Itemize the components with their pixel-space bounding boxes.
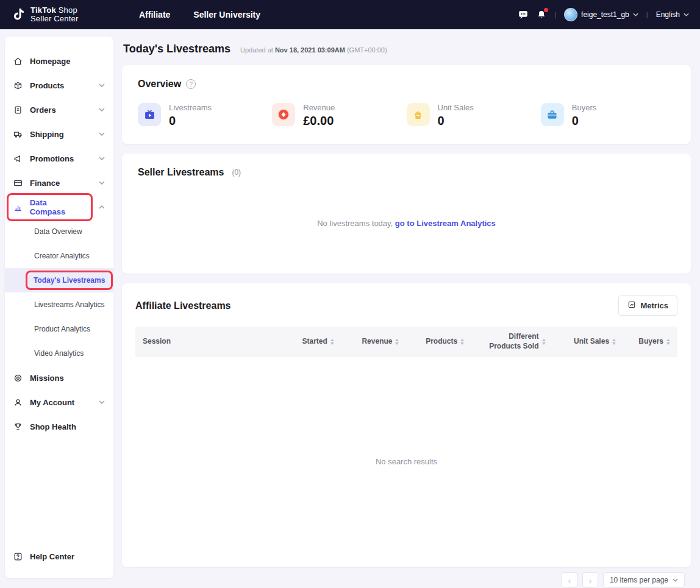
affiliate-livestreams-card: Affiliate Livestreams Metrics Session St… (122, 283, 691, 567)
shipping-truck-icon (13, 130, 24, 139)
chevron-down-icon (99, 108, 105, 112)
nav-seller-university[interactable]: Seller University (193, 10, 260, 19)
stat-revenue: Revenue £0.00 (272, 103, 406, 128)
sidebar-item-my-account[interactable]: My Account (5, 390, 113, 414)
pagination: ‹ › 10 items per page (122, 572, 685, 588)
metrics-button-label: Metrics (640, 301, 668, 310)
sidebar-item-finance[interactable]: Finance (5, 171, 113, 195)
chevron-down-icon (673, 578, 678, 582)
sidebar-item-label: Finance (30, 179, 60, 188)
sidebar-item-label: Shop Health (30, 422, 76, 431)
items-per-page-select[interactable]: 10 items per page (603, 572, 685, 588)
sidebar-item-label: Shipping (30, 130, 64, 139)
notifications-bell-icon[interactable] (537, 10, 546, 19)
sort-icon (395, 339, 399, 345)
user-name: feige_test1_gb (581, 10, 629, 19)
sidebar-item-promotions[interactable]: Promotions (5, 146, 113, 171)
metrics-button[interactable]: Metrics (618, 296, 677, 316)
column-started[interactable]: Started (276, 327, 341, 356)
unit-sales-bag-icon (407, 103, 430, 126)
language-label: English (656, 10, 680, 19)
stat-value: 0 (438, 114, 474, 128)
language-selector[interactable]: English (656, 10, 689, 19)
my-account-person-icon (13, 398, 24, 407)
page-title: Today's Livestreams (123, 43, 230, 55)
subitem-label: Product Analytics (34, 325, 90, 333)
sidebar-item-label: Help Center (30, 552, 74, 561)
sidebar-item-label: My Account (30, 398, 74, 407)
overview-help-icon[interactable]: ? (186, 79, 196, 89)
sidebar: Homepage Products Orders Shipping Promot… (5, 37, 113, 578)
sidebar-item-orders[interactable]: Orders (5, 97, 113, 122)
stat-buyers: Buyers 0 (541, 103, 675, 128)
empty-state-text: No livestreams today, (317, 219, 393, 228)
sort-icon (542, 339, 546, 345)
sidebar-item-label: Homepage (30, 57, 70, 66)
sidebar-item-label: Promotions (30, 154, 74, 163)
sort-icon (460, 339, 464, 345)
chevron-down-icon (99, 157, 105, 160)
data-compass-chart-icon (13, 203, 24, 212)
column-products[interactable]: Products (406, 327, 471, 356)
stat-label: Livestreams (169, 102, 212, 112)
stat-livestreams: Livestreams 0 (138, 103, 272, 128)
user-avatar (564, 8, 577, 21)
sidebar-subitem-product-analytics[interactable]: Product Analytics (5, 317, 113, 341)
sidebar-item-missions[interactable]: Missions (5, 366, 113, 390)
sidebar-subitem-creator-analytics[interactable]: Creator Analytics (5, 244, 113, 268)
column-unit-sales[interactable]: Unit Sales (553, 327, 624, 356)
livestream-analytics-link[interactable]: go to Livestream Analytics (395, 219, 496, 228)
stat-label: Revenue (303, 102, 335, 112)
pagination-prev-button[interactable]: ‹ (562, 572, 577, 588)
stat-value: 0 (572, 114, 596, 128)
top-navigation: Affiliate Seller University (139, 10, 260, 19)
metrics-icon (627, 300, 636, 311)
column-revenue[interactable]: Revenue (341, 327, 407, 356)
livestreams-tv-icon (138, 103, 161, 126)
overview-card: Overview ? Livestreams 0 (122, 65, 691, 144)
stat-value: 0 (169, 114, 212, 128)
subitem-label: Creator Analytics (34, 252, 90, 260)
sidebar-subitem-todays-livestreams[interactable]: Today's Livestreams (5, 268, 113, 292)
sidebar-item-label: Orders (30, 105, 56, 115)
chevron-down-icon (684, 13, 689, 16)
sidebar-item-homepage[interactable]: Homepage (5, 49, 113, 73)
subitem-label: Today's Livestreams (34, 276, 105, 285)
chevron-down-icon (99, 400, 105, 404)
sidebar-item-help-center[interactable]: Help Center (5, 544, 113, 569)
sidebar-subitem-video-analytics[interactable]: Video Analytics (5, 341, 113, 366)
seller-livestreams-card: Seller Livestreams (0) No livestreams to… (122, 154, 691, 274)
column-session[interactable]: Session (135, 327, 276, 356)
sidebar-item-label: Data Compass (30, 198, 84, 216)
pagination-next-button[interactable]: › (582, 572, 598, 588)
nav-affiliate[interactable]: Affiliate (139, 10, 170, 19)
sidebar-item-shipping[interactable]: Shipping (5, 122, 113, 146)
topbar-divider: | (646, 11, 648, 18)
seller-livestreams-count: (0) (232, 168, 241, 177)
affiliate-livestreams-table: Session Started Revenue Products Differe… (135, 327, 677, 567)
sidebar-subitem-livestreams-analytics[interactable]: Livestreams Analytics (5, 292, 113, 317)
topbar: TikTok Shop Seller Center Affiliate Sell… (0, 0, 700, 29)
tiktok-shop-logo[interactable]: TikTok Shop Seller Center (11, 6, 124, 24)
column-different-products-sold[interactable]: Different Products Sold (471, 327, 552, 356)
sidebar-item-products[interactable]: Products (5, 73, 113, 97)
sidebar-item-data-compass[interactable]: Data Compass (5, 195, 113, 219)
home-icon (13, 57, 24, 66)
sidebar-item-shop-health[interactable]: Shop Health (5, 414, 113, 439)
overview-stats: Livestreams 0 Revenue £0.00 (138, 103, 675, 128)
sort-icon (612, 339, 616, 345)
chevron-down-icon (633, 13, 638, 16)
sidebar-subitem-data-overview[interactable]: Data Overview (5, 219, 113, 244)
user-menu[interactable]: feige_test1_gb (564, 8, 638, 21)
seller-livestreams-title: Seller Livestreams (138, 167, 224, 178)
sidebar-item-label: Missions (30, 374, 64, 383)
chevron-down-icon (99, 83, 105, 87)
sidebar-item-label: Products (30, 81, 64, 90)
missions-target-icon (13, 374, 24, 383)
table-empty-row: No search results (135, 357, 677, 567)
messages-icon[interactable] (518, 9, 529, 20)
column-buyers[interactable]: Buyers (623, 327, 677, 356)
subitem-label: Livestreams Analytics (34, 300, 104, 309)
stat-unit-sales: Unit Sales 0 (407, 103, 541, 128)
annotation-box-data-compass: Data Compass (7, 193, 93, 221)
